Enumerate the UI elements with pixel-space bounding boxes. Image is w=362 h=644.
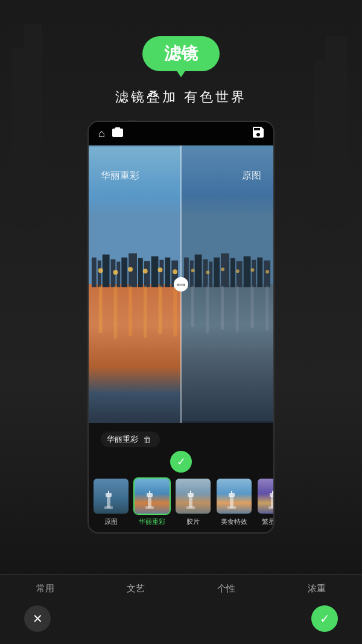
thumb-img-fanxing[interactable] xyxy=(256,477,273,515)
filtered-svg xyxy=(89,145,181,423)
svg-point-25 xyxy=(158,267,163,272)
svg-rect-39 xyxy=(209,261,212,287)
thumb-svg-meishi xyxy=(217,479,253,515)
thumb-label-meishi: 美食特效 xyxy=(221,517,247,526)
filter-thumb-jiaopian[interactable]: 胶片 xyxy=(174,477,212,526)
thumb-label-huali: 华丽重彩 xyxy=(139,517,165,526)
svg-point-49 xyxy=(206,270,209,274)
svg-rect-63 xyxy=(108,491,109,494)
image-original xyxy=(181,145,273,423)
confirm-check-area: ✓ xyxy=(89,451,273,473)
subtitle: 滤镜叠加 有色世界 xyxy=(115,88,247,106)
filter-thumb-huali[interactable]: 华丽重彩 xyxy=(133,477,171,526)
svg-rect-61 xyxy=(107,496,110,508)
filter-thumb-meishi[interactable]: 美食特效 xyxy=(215,477,253,526)
tab-changyong[interactable]: 常用 xyxy=(27,581,64,597)
thumb-img-meishi[interactable] xyxy=(215,477,253,515)
filter-name-text: 华丽重彩 xyxy=(107,434,138,445)
split-image: ⟺ 华丽重彩 原图 xyxy=(89,145,273,423)
svg-point-23 xyxy=(128,267,133,272)
cancel-button[interactable]: ✕ xyxy=(24,605,51,632)
split-divider[interactable]: ⟺ xyxy=(180,145,182,423)
toolbar-left: ⌂ xyxy=(98,127,123,140)
thumb-svg-fanxing xyxy=(258,479,273,515)
tab-wenyi[interactable]: 文艺 xyxy=(117,581,154,597)
filter-label-right: 原图 xyxy=(242,170,261,182)
svg-rect-58 xyxy=(250,285,253,328)
svg-rect-75 xyxy=(217,479,253,515)
svg-rect-18 xyxy=(159,260,164,287)
thumb-svg-jiaopian xyxy=(176,479,212,515)
tab-nongzhong[interactable]: 浓重 xyxy=(298,581,335,597)
save-icon[interactable] xyxy=(253,127,264,141)
svg-rect-81 xyxy=(271,496,273,508)
confirm-button[interactable]: ✓ xyxy=(170,451,192,473)
svg-rect-70 xyxy=(176,479,212,515)
filter-badge-label: 滤镜 xyxy=(164,44,198,63)
thumb-img-huali[interactable] xyxy=(133,477,171,515)
svg-rect-10 xyxy=(103,255,110,287)
svg-rect-9 xyxy=(98,261,101,287)
tab-gexing[interactable]: 个性 xyxy=(208,581,245,597)
thumb-visual-meishi xyxy=(217,479,252,514)
svg-point-53 xyxy=(265,270,269,273)
thumb-label-jiaopian: 胶片 xyxy=(186,517,200,526)
svg-rect-65 xyxy=(135,479,171,515)
svg-rect-47 xyxy=(264,261,270,287)
svg-rect-71 xyxy=(189,496,192,508)
thumb-img-original[interactable] xyxy=(92,477,130,515)
filter-name-tag: 华丽重彩 🗑 xyxy=(101,432,160,447)
filter-tabs: 常用 文艺 个性 浓重 xyxy=(0,574,362,601)
svg-rect-43 xyxy=(237,261,243,287)
svg-rect-78 xyxy=(231,491,232,494)
svg-rect-29 xyxy=(129,285,132,336)
svg-rect-57 xyxy=(236,285,239,332)
svg-point-50 xyxy=(221,267,224,271)
svg-rect-40 xyxy=(214,258,220,287)
thumb-visual-huali xyxy=(135,479,170,514)
svg-rect-34 xyxy=(181,284,273,421)
svg-rect-76 xyxy=(230,496,233,508)
svg-rect-74 xyxy=(186,506,195,509)
svg-point-48 xyxy=(191,269,195,272)
thumb-visual-jiaopian xyxy=(176,479,211,514)
svg-point-51 xyxy=(236,269,240,273)
svg-rect-73 xyxy=(190,491,191,494)
svg-rect-27 xyxy=(99,285,103,333)
svg-point-21 xyxy=(98,268,103,273)
svg-rect-68 xyxy=(149,491,150,494)
svg-rect-60 xyxy=(94,479,130,515)
thumb-svg-huali xyxy=(135,479,171,515)
svg-point-26 xyxy=(173,269,177,274)
svg-rect-16 xyxy=(144,261,150,287)
filter-thumb-fanxing[interactable]: 繁星如梦 xyxy=(256,477,273,526)
svg-rect-45 xyxy=(252,260,256,287)
svg-rect-7 xyxy=(89,284,181,421)
svg-rect-56 xyxy=(221,285,224,330)
original-svg xyxy=(181,145,273,423)
camera-icon[interactable] xyxy=(112,127,123,140)
trash-icon[interactable]: 🗑 xyxy=(143,435,151,444)
svg-rect-46 xyxy=(257,258,262,287)
filter-thumb-original[interactable]: 原图 xyxy=(92,477,130,526)
home-icon[interactable]: ⌂ xyxy=(98,127,105,140)
svg-rect-30 xyxy=(144,285,147,338)
svg-rect-69 xyxy=(145,506,154,509)
svg-rect-31 xyxy=(158,285,162,334)
bottom-nav: 常用 文艺 个性 浓重 ✕ ✓ xyxy=(0,574,362,644)
filter-name-area: 华丽重彩 🗑 xyxy=(89,423,273,447)
confirm-action-button[interactable]: ✓ xyxy=(311,605,338,632)
spacer xyxy=(89,526,273,532)
svg-rect-54 xyxy=(191,285,194,327)
split-handle[interactable]: ⟺ xyxy=(174,277,188,292)
filter-thumbnails: 原图 华丽重彩 xyxy=(89,477,273,526)
confirm-action-icon: ✓ xyxy=(320,611,330,626)
svg-rect-64 xyxy=(104,506,113,509)
thumb-img-jiaopian[interactable] xyxy=(174,477,212,515)
action-bar: ✕ ✓ xyxy=(0,601,362,644)
svg-rect-55 xyxy=(206,285,209,333)
svg-rect-15 xyxy=(138,258,143,287)
svg-rect-28 xyxy=(113,285,117,339)
svg-rect-37 xyxy=(195,255,202,287)
svg-rect-66 xyxy=(148,496,151,508)
